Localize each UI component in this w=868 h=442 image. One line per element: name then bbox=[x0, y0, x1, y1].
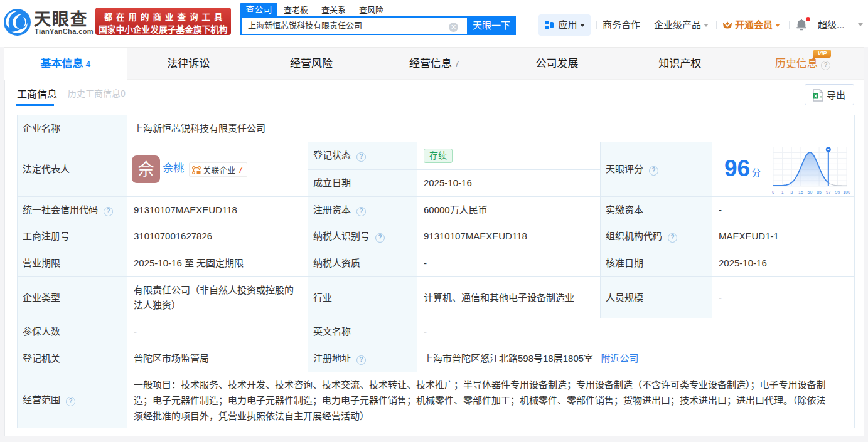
svg-text:85: 85 bbox=[817, 190, 822, 194]
svg-text:50: 50 bbox=[808, 190, 813, 194]
svg-text:1: 1 bbox=[781, 190, 784, 194]
svg-text:99: 99 bbox=[835, 190, 840, 194]
svg-text:15: 15 bbox=[798, 190, 803, 194]
svg-text:3: 3 bbox=[790, 190, 793, 194]
svg-text:0: 0 bbox=[772, 190, 774, 194]
svg-text:97: 97 bbox=[826, 190, 831, 194]
svg-text:100: 100 bbox=[843, 190, 850, 194]
